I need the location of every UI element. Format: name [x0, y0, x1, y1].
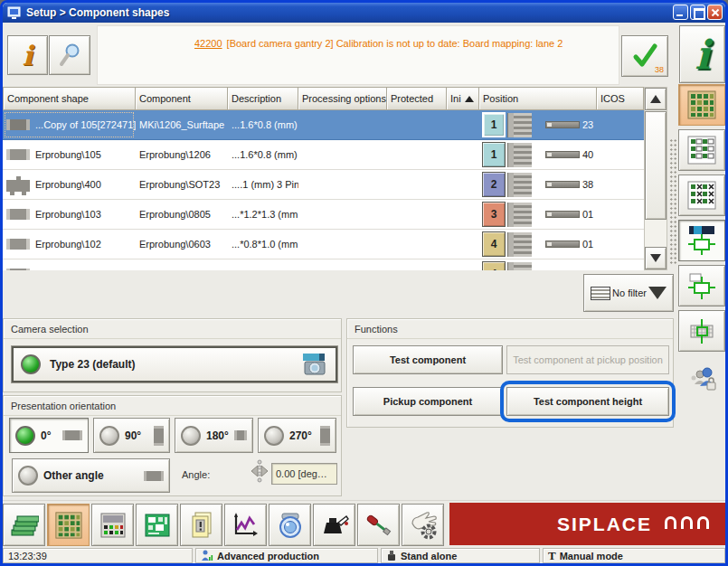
table-row-selected[interactable]: ...Copy of 105[272471] MKi\1206_Surftape…	[3, 110, 644, 140]
camera-group-title: Camera selection	[4, 319, 341, 339]
panel-splitter[interactable]	[669, 138, 677, 265]
text-mode-icon: T	[548, 551, 556, 561]
col-component[interactable]: Component	[136, 87, 228, 110]
angle-input[interactable]: 0.00 [deg…	[271, 463, 337, 485]
scrollbar-thumb[interactable]	[645, 111, 667, 220]
led-off-icon	[99, 426, 119, 446]
col-component-shape[interactable]: Component shape	[3, 87, 136, 110]
filter-label: No filter	[612, 288, 647, 298]
close-button[interactable]	[707, 5, 723, 20]
chip-shape-icon	[6, 119, 30, 130]
toolbar-feeder-status-button[interactable]	[91, 504, 134, 546]
table-row[interactable]: Erprobung\102 Erprobung\0603 ...*0.8*1.0…	[3, 230, 644, 259]
magnifier-icon	[56, 42, 83, 69]
chip-shape-icon	[6, 269, 30, 270]
level-bar-icon	[545, 121, 580, 128]
sidebar-grid-teach-button[interactable]	[678, 310, 725, 352]
filter-dropdown[interactable]: No filter	[583, 274, 674, 312]
component-horizontal-icon	[62, 430, 82, 440]
sidebar-component-matrix-button[interactable]	[678, 175, 725, 216]
warning-code-link[interactable]: 42200	[194, 38, 222, 49]
position-badge: 1	[482, 142, 506, 167]
component-vertical-icon	[154, 426, 164, 446]
position-badge: 3	[482, 202, 506, 227]
standalone-icon	[386, 550, 397, 561]
feeder-panel-icon	[99, 511, 128, 540]
brand-banner: SIPLACE	[449, 503, 725, 545]
orientation-90-radio[interactable]: 90°	[93, 418, 170, 453]
toolbar-error-log-button[interactable]	[180, 504, 222, 546]
chip-shape-icon	[6, 209, 30, 220]
col-position[interactable]: Position	[479, 87, 597, 110]
orientation-180-radio[interactable]: 180°	[175, 418, 253, 453]
level-bar-icon	[545, 211, 580, 218]
test-component-height-button[interactable]: Test component height	[506, 387, 669, 416]
orientation-other-radio[interactable]: Other angle	[12, 458, 170, 493]
led-off-icon	[181, 426, 201, 446]
sidebar-component-outline-button[interactable]	[678, 265, 725, 307]
users-lock-icon	[686, 361, 717, 391]
component-horizontal-icon	[144, 471, 164, 481]
toolbar-vision-button[interactable]	[269, 504, 311, 546]
brand-mark-icon	[665, 516, 709, 532]
level-bar-icon	[545, 181, 580, 188]
scroll-up-button[interactable]	[645, 88, 667, 110]
pickup-component-button[interactable]: Pickup component	[353, 387, 503, 416]
test-component-button[interactable]: Test component	[353, 345, 503, 374]
angle-label: Angle:	[182, 469, 210, 480]
warning-text: [Board camera gantry 2] Calibration is n…	[227, 38, 563, 49]
inspect-button[interactable]	[49, 35, 90, 75]
board-layout-icon	[143, 511, 172, 540]
component-table: ...Copy of 105[272471] MKi\1206_Surftape…	[3, 110, 644, 270]
toolbar-component-shapes-button[interactable]	[47, 504, 90, 546]
level-bar-icon	[545, 241, 580, 248]
status-connection: Stand alone	[381, 548, 540, 563]
info-icon: i	[23, 40, 33, 71]
maximize-button[interactable]	[690, 5, 705, 20]
col-processing-options[interactable]: Processing options	[298, 87, 387, 110]
position-badge: 4	[482, 231, 506, 257]
hand-gear-icon	[409, 511, 438, 540]
led-off-icon	[264, 426, 284, 446]
sidebar-component-vision-button[interactable]	[678, 220, 725, 261]
col-icos[interactable]: ICOS	[597, 87, 644, 110]
toolbar-manual-operation-button[interactable]	[402, 504, 444, 546]
col-protected[interactable]: Protected	[387, 87, 447, 110]
toolbar-statistics-button[interactable]	[224, 504, 267, 546]
dropdown-arrow-icon	[648, 287, 667, 299]
toolbar-jobs-button[interactable]	[3, 504, 45, 546]
table-row[interactable]: Erprobung\103 Erprobung\0805 ...*1.2*1.3…	[3, 200, 644, 230]
table-row[interactable]: Erprobung\201 Erprobung\MiniMelf ....5*d…	[3, 259, 644, 270]
component-outline-icon	[686, 270, 717, 301]
col-ini[interactable]: Ini	[447, 87, 479, 110]
scroll-down-button[interactable]	[645, 247, 667, 269]
camera-type-button[interactable]: Type 23 (default)	[12, 346, 337, 382]
app-icon	[7, 5, 22, 20]
minimize-button[interactable]	[673, 5, 688, 20]
table-row[interactable]: Erprobung\400 Erprobung\SOT23 ....1 (mm)…	[3, 170, 644, 200]
camera-lens-icon	[276, 511, 305, 540]
toolbar-maintenance-button[interactable]	[313, 504, 355, 546]
angle-spinner[interactable]	[251, 459, 269, 485]
orientation-270-radio[interactable]: 270°	[258, 418, 336, 453]
grid-crosshair-icon	[686, 316, 717, 346]
status-time: 13:23:39	[3, 548, 193, 563]
table-row[interactable]: Erprobung\105 Erprobung\1206 ...1.6*0.8 …	[3, 140, 644, 170]
sidebar-component-shapes-button[interactable]	[678, 84, 725, 126]
sidebar-user-permissions-button[interactable]	[678, 355, 725, 397]
help-button[interactable]: i	[679, 25, 725, 83]
info-button[interactable]: i	[7, 35, 48, 75]
confirm-button[interactable]: 38	[621, 35, 668, 77]
error-docs-icon	[187, 511, 216, 540]
orientation-0-radio[interactable]: 0°	[9, 418, 89, 453]
toolbar-board-button[interactable]	[136, 504, 178, 546]
toolbar-service-button[interactable]	[357, 504, 400, 546]
scroll-up-icon	[650, 95, 661, 103]
feeder-icon	[508, 232, 532, 257]
operator-icon	[201, 550, 213, 561]
status-input-mode: T Manual mode	[543, 548, 725, 563]
level-bar-icon	[545, 151, 580, 158]
col-description[interactable]: Description	[228, 87, 298, 110]
window-title: Setup > Component shapes	[26, 6, 169, 19]
sidebar-component-list-button[interactable]	[678, 129, 725, 171]
